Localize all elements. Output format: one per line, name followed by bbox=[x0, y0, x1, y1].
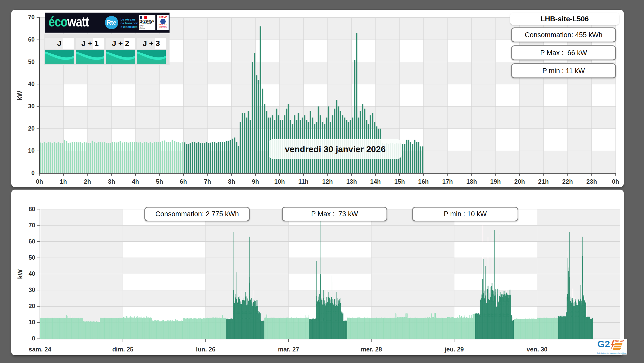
svg-text:FRANCE: FRANCE bbox=[615, 340, 624, 342]
